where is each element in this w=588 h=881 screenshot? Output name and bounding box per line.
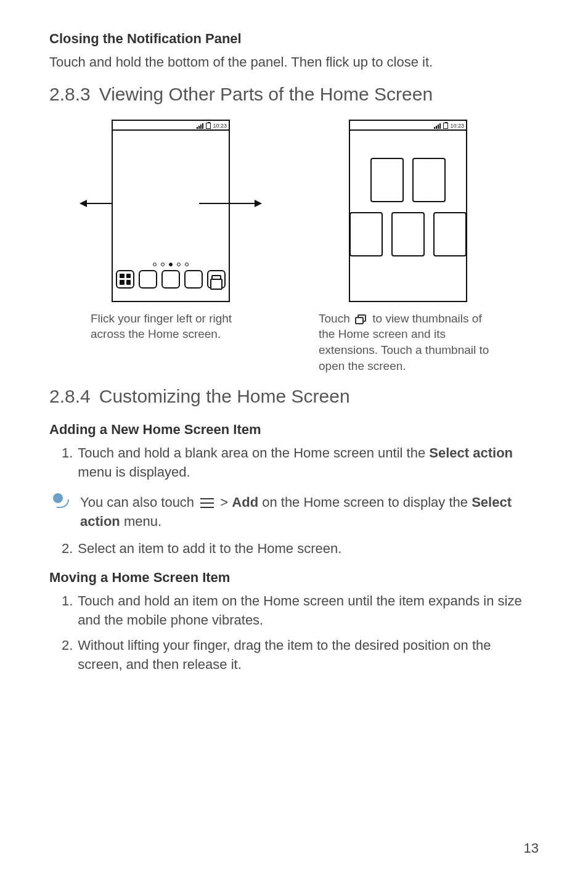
phone-mock-flick: 10:23: [112, 120, 230, 302]
figure-caption-flick: Flick your finger left or right across t…: [91, 311, 251, 342]
step-number: 2.: [62, 539, 73, 559]
subheading-closing: Closing the Notification Panel: [49, 31, 539, 47]
figure-thumbnails: 10:23 Touch to view thumbnails of the Ho…: [319, 120, 497, 374]
heading-customizing: 2.8.4Customizing the Home Screen: [49, 386, 539, 407]
step-text: menu is displayed.: [78, 464, 190, 480]
figure-caption-thumbnails: Touch to view thumbnails of the Home scr…: [319, 311, 497, 374]
dock-tile: [161, 270, 180, 289]
figures-row: 10:23 Flick your: [49, 120, 539, 374]
step-text: Select an item to add it to the Home scr…: [78, 539, 539, 559]
page-dots: [153, 263, 189, 266]
caption-text: Touch: [319, 312, 353, 325]
status-clock: 10:23: [450, 121, 464, 131]
tip-bold: Add: [232, 494, 258, 510]
status-bar: 10:23: [350, 121, 466, 131]
dock-tile: [139, 270, 157, 289]
list-item: 2. Select an item to add it to the Home …: [49, 539, 539, 559]
list-item: 1. Touch and hold an item on the Home sc…: [49, 592, 539, 630]
add-steps-list: 1. Touch and hold a blank area on the Ho…: [49, 444, 539, 482]
list-item: 1. Touch and hold a blank area on the Ho…: [49, 444, 539, 482]
step-bold: Select action: [429, 445, 513, 461]
status-bar: 10:23: [113, 121, 229, 131]
home-thumbnail: [370, 158, 404, 202]
heading-number: 2.8.4: [49, 386, 91, 407]
home-thumbnail: [391, 212, 425, 256]
tip-segment: >: [216, 494, 232, 510]
step-text: Without lifting your finger, drag the it…: [78, 636, 539, 674]
signal-icon: [197, 123, 204, 129]
tip-text: You can also touch > Add on the Home scr…: [80, 493, 539, 531]
page-number: 13: [524, 840, 539, 856]
tip-icon: [53, 493, 71, 509]
menu-icon: [200, 498, 214, 508]
tip-segment: You can also touch: [80, 494, 198, 510]
home-thumbnail: [412, 158, 446, 202]
step-text: Touch and hold an item on the Home scree…: [78, 592, 539, 630]
signal-icon: [434, 123, 441, 129]
para-closing: Touch and hold the bottom of the panel. …: [49, 53, 539, 72]
battery-icon: [443, 123, 448, 129]
home-thumbnail: [433, 212, 467, 256]
heading-text: Customizing the Home Screen: [99, 386, 350, 406]
subheading-moving: Moving a Home Screen Item: [49, 570, 539, 586]
dock-tile: [184, 270, 203, 289]
heading-viewing: 2.8.3Viewing Other Parts of the Home Scr…: [49, 84, 539, 105]
move-steps-list: 1. Touch and hold an item on the Home sc…: [49, 592, 539, 674]
battery-icon: [206, 123, 211, 129]
thumbnails-icon: [355, 314, 367, 324]
step-number: 1.: [62, 444, 73, 482]
apps-grid-icon: [116, 270, 134, 289]
thumbnails-icon: [207, 270, 226, 289]
tip-block: You can also touch > Add on the Home scr…: [49, 493, 539, 531]
figure-flick: 10:23 Flick your: [91, 120, 251, 374]
tip-segment: menu.: [120, 514, 161, 529]
tip-segment: on the Home screen to display the: [258, 494, 472, 510]
list-item: 2. Without lifting your finger, drag the…: [49, 636, 539, 674]
home-thumbnail: [349, 212, 383, 256]
step-number: 2.: [62, 636, 73, 674]
status-clock: 10:23: [213, 121, 227, 131]
add-steps-list-cont: 2. Select an item to add it to the Home …: [49, 539, 539, 559]
arrow-right-icon: [199, 203, 261, 204]
heading-number: 2.8.3: [49, 84, 91, 105]
phone-mock-thumbnails: 10:23: [349, 120, 467, 302]
subheading-adding: Adding a New Home Screen Item: [49, 422, 539, 438]
heading-text: Viewing Other Parts of the Home Screen: [99, 84, 433, 104]
dock-row: [116, 270, 226, 289]
step-text: Touch and hold a blank area on the Home …: [78, 445, 429, 461]
step-number: 1.: [62, 592, 73, 630]
